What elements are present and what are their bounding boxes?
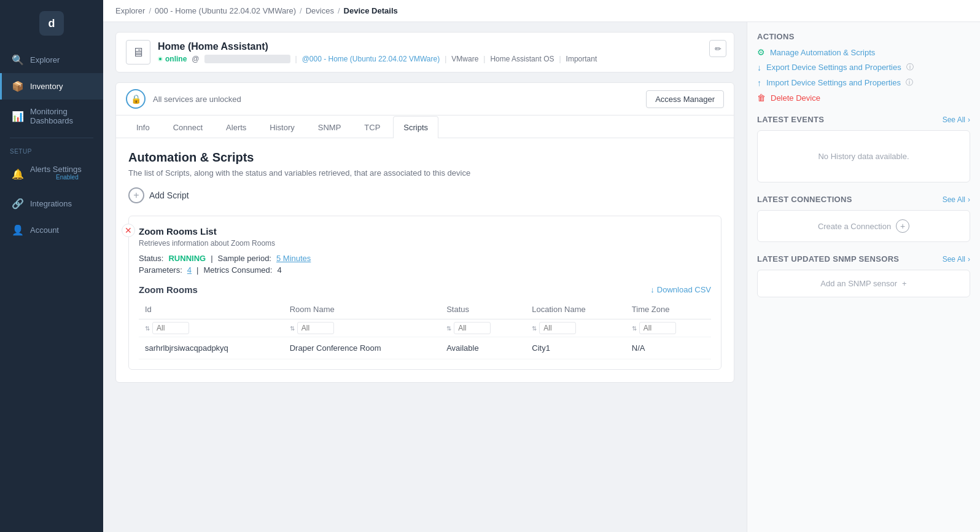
device-tag-important: Important	[566, 55, 597, 63]
status-dot	[158, 57, 163, 61]
import-info-icon[interactable]: ⓘ	[906, 77, 913, 88]
sort-icon-timezone[interactable]: ⇅	[632, 325, 637, 332]
script-card: ✕ Zoom Rooms List Retrieves information …	[128, 216, 721, 370]
latest-events-section: Latest Events See All › No History data …	[757, 115, 970, 182]
action-delete[interactable]: 🗑 Delete Device	[757, 93, 970, 103]
inventory-icon: 📦	[12, 80, 24, 92]
filter-room[interactable]	[297, 322, 334, 334]
sort-icon-location[interactable]: ⇅	[532, 325, 537, 332]
create-connection-label: Create a Connection	[818, 222, 891, 231]
add-snmp-button[interactable]: Add an SNMP sensor +	[820, 279, 906, 288]
sidebar-item-inventory[interactable]: 📦 Inventory	[0, 73, 103, 100]
app-logo[interactable]: d	[39, 11, 64, 36]
sidebar-item-label: Integrations	[30, 199, 72, 208]
script-remove-button[interactable]: ✕	[122, 224, 135, 237]
actions-list: ⚙ Manage Automation & Scripts ↓ Export D…	[757, 47, 970, 103]
status-label: Status:	[139, 254, 163, 263]
device-linked[interactable]: @000 - Home (Ubuntu 22.04.02 VMWare)	[302, 55, 440, 63]
breadcrumb-home[interactable]: 000 - Home (Ubuntu 22.04.02 VMWare)	[155, 6, 296, 15]
zoom-rooms-header: Zoom Rooms ↓ Download CSV	[139, 284, 711, 295]
chevron-right-icon: ›	[968, 255, 970, 264]
script-status-value: RUNNING	[168, 254, 206, 263]
cell-id: sarhrlbjrsiwacqpadpkyq	[139, 337, 284, 359]
script-description: Retrieves information about Zoom Rooms	[139, 239, 711, 248]
export-info-icon[interactable]: ⓘ	[906, 62, 914, 72]
lock-icon: 🔒	[131, 94, 141, 104]
sidebar-item-account[interactable]: 👤 Account	[0, 217, 103, 243]
import-link[interactable]: Import Device Settings and Properties	[766, 78, 901, 87]
filter-location[interactable]	[539, 322, 576, 334]
script-name: Zoom Rooms List	[139, 226, 711, 237]
sidebar-item-alerts[interactable]: 🔔 Alerts Settings Enabled	[0, 157, 103, 190]
tab-tcp[interactable]: TCP	[354, 116, 391, 138]
sidebar: d 🔍 Explorer 📦 Inventory 📊 Monitoring Da…	[0, 0, 103, 532]
tab-snmp[interactable]: SNMP	[308, 116, 352, 138]
tab-panel: 🔒 All services are unlocked Access Manag…	[115, 82, 734, 383]
tab-connect[interactable]: Connect	[163, 116, 213, 138]
events-card: No History data available.	[757, 130, 970, 182]
setup-label: Setup	[0, 143, 103, 157]
device-area: 🖥 Home (Home Assistant) online @ | @000 …	[103, 22, 747, 532]
sample-period-value[interactable]: 5 Minutes	[276, 254, 311, 263]
sidebar-item-explorer[interactable]: 🔍 Explorer	[0, 47, 103, 73]
plus-icon: +	[902, 279, 907, 288]
account-icon: 👤	[12, 224, 24, 236]
device-name: Home (Home Assistant)	[158, 41, 724, 52]
see-all-label: See All	[943, 195, 965, 204]
tab-scripts[interactable]: Scripts	[393, 116, 438, 138]
action-manage[interactable]: ⚙ Manage Automation & Scripts	[757, 47, 970, 57]
sort-icon-id[interactable]: ⇅	[145, 325, 150, 332]
content-wrapper: 🖥 Home (Home Assistant) online @ | @000 …	[103, 22, 980, 532]
manage-link[interactable]: Manage Automation & Scripts	[770, 48, 875, 57]
delete-label[interactable]: Delete Device	[771, 93, 820, 103]
breadcrumb-explorer[interactable]: Explorer	[115, 6, 145, 15]
chevron-right-icon: ›	[968, 115, 970, 124]
chevron-right-icon: ›	[968, 195, 970, 204]
device-meta: online @ | @000 - Home (Ubuntu 22.04.02 …	[158, 55, 724, 63]
metrics-value: 4	[277, 265, 281, 275]
tab-alerts[interactable]: Alerts	[216, 116, 257, 138]
edit-device-button[interactable]: ✏	[709, 40, 726, 57]
add-snmp-area: Add an SNMP sensor +	[757, 270, 970, 297]
export-icon: ↓	[757, 63, 761, 72]
table-row: sarhrlbjrsiwacqpadpkyq Draper Conference…	[139, 337, 711, 359]
action-export[interactable]: ↓ Export Device Settings and Properties …	[757, 62, 970, 72]
add-script-button[interactable]: + Add Script	[128, 187, 189, 203]
device-icon: 🖥	[126, 40, 150, 65]
events-see-all-button[interactable]: See All ›	[943, 115, 970, 124]
download-csv-link[interactable]: ↓ Download CSV	[650, 285, 711, 294]
zoom-rooms-title: Zoom Rooms	[139, 284, 198, 295]
manage-icon: ⚙	[757, 47, 765, 57]
connections-see-all-button[interactable]: See All ›	[943, 195, 970, 204]
create-connection-button[interactable]: Create a Connection +	[818, 219, 909, 233]
sidebar-item-label: Monitoring Dashboards	[30, 107, 93, 125]
sidebar-item-monitoring[interactable]: 📊 Monitoring Dashboards	[0, 100, 103, 133]
filter-timezone[interactable]	[639, 322, 676, 334]
breadcrumb: Explorer / 000 - Home (Ubuntu 22.04.02 V…	[103, 0, 980, 22]
action-import[interactable]: ↑ Import Device Settings and Properties …	[757, 77, 970, 88]
monitoring-icon: 📊	[12, 111, 24, 122]
parameters-value[interactable]: 4	[187, 265, 192, 275]
col-timezone: Time Zone	[626, 300, 711, 319]
breadcrumb-devices[interactable]: Devices	[306, 6, 334, 15]
filter-status[interactable]	[454, 322, 491, 334]
col-status: Status	[440, 300, 526, 319]
sort-icon-room[interactable]: ⇅	[290, 325, 295, 332]
latest-snmp-title: Latest Updated SNMP Sensors	[757, 254, 899, 264]
lock-badge: 🔒	[126, 89, 146, 109]
tab-history[interactable]: History	[259, 116, 305, 138]
snmp-see-all-button[interactable]: See All ›	[943, 255, 970, 264]
filter-id[interactable]	[152, 322, 189, 334]
main-content: Explorer / 000 - Home (Ubuntu 22.04.02 V…	[103, 0, 980, 532]
access-manager-button[interactable]: Access Manager	[646, 90, 724, 108]
tab-header: 🔒 All services are unlocked Access Manag…	[116, 83, 734, 115]
sidebar-item-integrations[interactable]: 🔗 Integrations	[0, 190, 103, 217]
cell-room-name: Draper Conference Room	[284, 337, 440, 359]
cell-timezone: N/A	[626, 337, 711, 359]
export-link[interactable]: Export Device Settings and Properties	[766, 63, 901, 72]
sort-icon-status[interactable]: ⇅	[446, 325, 451, 332]
parameters-label: Parameters:	[139, 265, 182, 275]
tab-info[interactable]: Info	[126, 116, 160, 138]
script-params-row: Parameters: 4 | Metrics Consumed: 4	[139, 265, 711, 275]
sidebar-item-label: Explorer	[30, 55, 60, 65]
